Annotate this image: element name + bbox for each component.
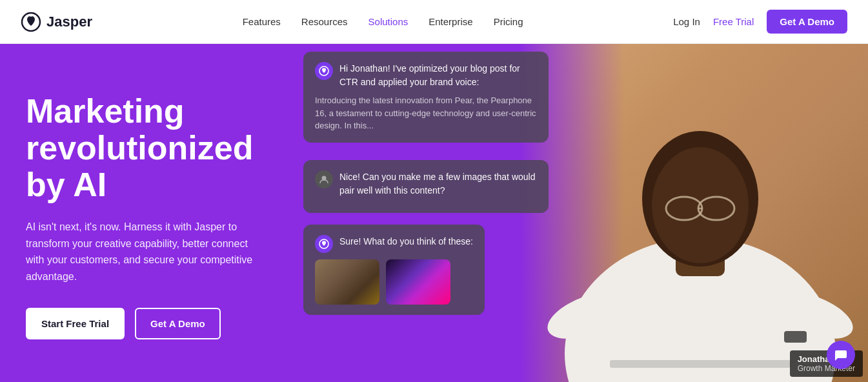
nav-actions: Log In Free Trial Get A Demo: [673, 10, 847, 34]
brand-name: Jasper: [46, 14, 92, 30]
nav-links: Features Resources Solutions Enterprise …: [243, 16, 523, 27]
get-demo-hero-button[interactable]: Get A Demo: [135, 308, 221, 339]
svg-point-12: [319, 66, 328, 75]
jasper-avatar-icon: [315, 62, 333, 80]
nav-features[interactable]: Features: [243, 16, 281, 27]
bubble-3-header: Sure! What do you think of these:: [315, 235, 473, 253]
bubble-2-header: Nice! Can you make me a few images that …: [315, 170, 537, 197]
bubble-1-title: Hi Jonathan! I've optimized your blog po…: [339, 62, 537, 89]
jasper-avatar-icon-2: [315, 235, 333, 253]
svg-rect-11: [610, 360, 791, 368]
jasper-logo-icon: [21, 12, 41, 32]
person-photo-bg: [520, 44, 868, 382]
logo[interactable]: Jasper: [21, 12, 92, 32]
chat-widget-button[interactable]: [827, 341, 855, 369]
image-thumbnails: [315, 259, 473, 305]
bubble-1-header: Hi Jonathan! I've optimized your blog po…: [315, 62, 537, 89]
chat-bubble-2: Nice! Can you make me a few images that …: [303, 160, 549, 213]
start-free-trial-button[interactable]: Start Free Trial: [26, 308, 125, 339]
hero-section: Marketing revolutionized by AI AI isn't …: [0, 44, 868, 382]
nav-solutions[interactable]: Solutions: [368, 16, 409, 27]
nav-resources[interactable]: Resources: [301, 16, 348, 27]
thumbnail-1: [315, 259, 379, 305]
bubble-3-body: Sure! What do you think of these:: [339, 235, 473, 248]
svg-point-14: [319, 239, 328, 248]
bubble-1-body: Introducing the latest innovation from P…: [315, 94, 537, 132]
thumbnail-2: [386, 259, 450, 305]
get-demo-nav-button[interactable]: Get A Demo: [767, 10, 847, 34]
hero-headline: Marketing revolutionized by AI: [26, 93, 271, 204]
nav-enterprise[interactable]: Enterprise: [429, 16, 472, 27]
login-link[interactable]: Log In: [673, 16, 700, 27]
person-illustration: [532, 44, 868, 382]
hero-right: Hi Jonathan! I've optimized your blog po…: [297, 44, 868, 382]
hero-left: Marketing revolutionized by AI AI isn't …: [0, 44, 297, 382]
svg-point-13: [322, 176, 327, 181]
chat-bubble-3: Sure! What do you think of these:: [303, 225, 485, 315]
free-trial-link[interactable]: Free Trial: [713, 16, 754, 27]
bubble-2-body: Nice! Can you make me a few images that …: [339, 170, 537, 197]
navbar: Jasper Features Resources Solutions Ente…: [0, 0, 868, 44]
user-avatar-icon: [315, 170, 333, 188]
hero-subtext: AI isn't next, it's now. Harness it with…: [26, 219, 265, 285]
svg-rect-10: [784, 331, 807, 343]
chat-bubble-1: Hi Jonathan! I've optimized your blog po…: [303, 52, 549, 143]
nav-pricing[interactable]: Pricing: [494, 16, 523, 27]
hero-buttons: Start Free Trial Get A Demo: [26, 308, 271, 339]
